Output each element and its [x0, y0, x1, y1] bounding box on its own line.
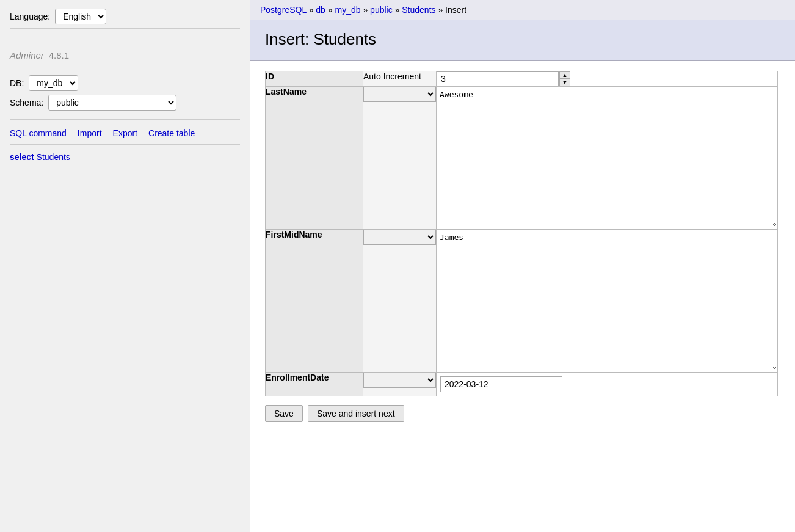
language-select[interactable]: English — [55, 9, 106, 24]
schema-select[interactable]: public — [48, 95, 176, 111]
table-row-lastname: LastName Awesome — [266, 87, 778, 230]
db-row: DB: my_db — [10, 75, 240, 91]
insert-table: ID Auto Increment ▲ ▼ — [265, 71, 778, 396]
breadcrumb-sep5: » — [438, 5, 445, 15]
breadcrumb-insert: Insert — [445, 5, 466, 15]
field-type-id: Auto Increment — [363, 71, 437, 87]
field-type-enrollmentdate — [363, 373, 437, 396]
save-insert-next-button[interactable]: Save and insert next — [308, 405, 404, 422]
db-schema-section: DB: my_db Schema: public — [10, 68, 240, 120]
breadcrumb-public[interactable]: public — [370, 5, 393, 15]
lastname-type-select[interactable] — [363, 87, 436, 102]
auto-increment-label: Auto Increment — [363, 71, 421, 81]
adminer-version: 4.8.1 — [49, 50, 69, 60]
sql-command-link[interactable]: SQL command — [10, 128, 67, 138]
breadcrumb-my-db[interactable]: my_db — [335, 5, 360, 15]
create-table-link[interactable]: Create table — [148, 128, 195, 138]
spinner-down[interactable]: ▼ — [559, 79, 570, 86]
button-row: Save Save and insert next — [265, 396, 780, 422]
breadcrumb-sep1: » — [309, 5, 316, 15]
select-keyword: select — [10, 152, 34, 162]
field-value-id: ▲ ▼ — [437, 71, 778, 87]
field-label-firstmidname: FirstMidName — [266, 230, 363, 373]
table-links: select Students — [10, 145, 240, 162]
lastname-textarea[interactable]: Awesome — [437, 87, 777, 227]
language-label: Language: — [10, 12, 50, 21]
field-value-enrollmentdate — [437, 373, 778, 396]
breadcrumb-students[interactable]: Students — [402, 5, 435, 15]
db-label: DB: — [10, 78, 24, 88]
table-row-id: ID Auto Increment ▲ ▼ — [266, 71, 778, 87]
breadcrumb-sep4: » — [395, 5, 402, 15]
schema-row: Schema: public — [10, 95, 240, 111]
export-link[interactable]: Export — [113, 128, 137, 138]
field-value-firstmidname: James — [437, 230, 778, 373]
import-link[interactable]: Import — [78, 128, 102, 138]
nav-links: SQL command Import Export Create table — [10, 120, 240, 145]
field-label-lastname: LastName — [266, 87, 363, 230]
breadcrumb: PostgreSQL » db » my_db » public » Stude… — [250, 0, 795, 20]
id-input[interactable] — [437, 71, 559, 86]
spinner-up[interactable]: ▲ — [559, 71, 570, 79]
breadcrumb-sep2: » — [328, 5, 335, 15]
main-content: PostgreSQL » db » my_db » public » Stude… — [250, 0, 795, 532]
insert-form: ID Auto Increment ▲ ▼ — [250, 61, 795, 432]
firstmidname-textarea[interactable]: James — [437, 230, 777, 370]
table-row-firstmidname: FirstMidName James — [266, 230, 778, 373]
students-link[interactable]: Students — [37, 152, 70, 162]
field-label-id: ID — [266, 71, 363, 87]
field-label-enrollmentdate: EnrollmentDate — [266, 373, 363, 396]
page-header: Insert: Students — [250, 20, 795, 61]
language-row: Language: English — [10, 5, 240, 29]
breadcrumb-postgresql[interactable]: PostgreSQL — [260, 5, 307, 15]
enrollmentdate-type-select[interactable] — [363, 373, 436, 388]
breadcrumb-sep3: » — [363, 5, 370, 15]
id-spinner: ▲ ▼ — [559, 71, 570, 86]
enrollmentdate-input[interactable] — [440, 376, 562, 392]
firstmidname-type-select[interactable] — [363, 230, 436, 245]
save-button[interactable]: Save — [265, 405, 303, 422]
page-title: Insert: Students — [265, 30, 780, 49]
table-row-enrollmentdate: EnrollmentDate — [266, 373, 778, 396]
adminer-logo: Adminer 4.8.1 — [10, 34, 240, 68]
schema-label: Schema: — [10, 98, 43, 107]
sidebar: Language: English Adminer 4.8.1 DB: my_d… — [0, 0, 250, 532]
field-type-firstmidname — [363, 230, 437, 373]
db-select[interactable]: my_db — [29, 75, 78, 91]
adminer-title: Adminer — [10, 50, 44, 60]
field-type-lastname — [363, 87, 437, 230]
breadcrumb-db[interactable]: db — [316, 5, 325, 15]
field-value-lastname: Awesome — [437, 87, 778, 230]
